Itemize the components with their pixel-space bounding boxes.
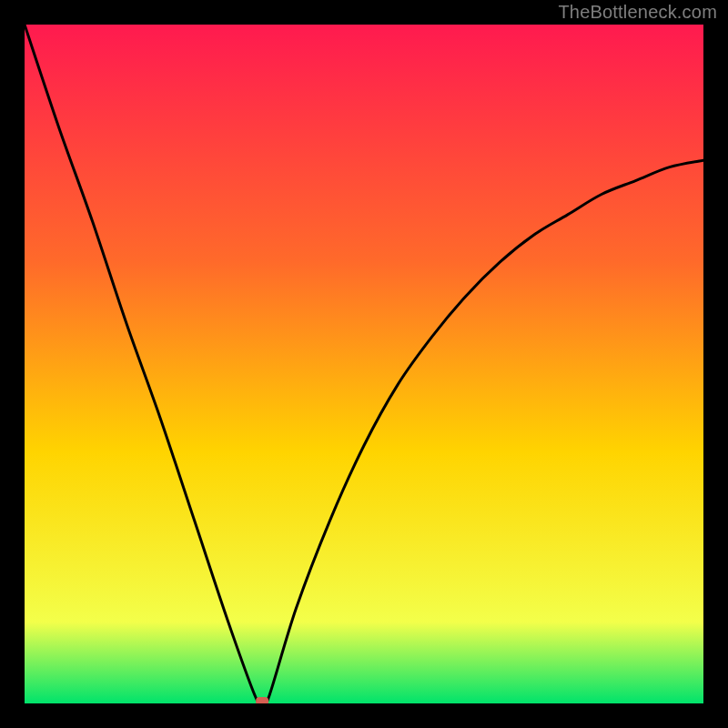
bottleneck-chart [25, 25, 703, 703]
plot-area [25, 25, 703, 703]
chart-frame: TheBottleneck.com [0, 0, 728, 728]
gradient-background [25, 25, 703, 703]
optimum-marker [256, 697, 268, 703]
watermark-text: TheBottleneck.com [558, 2, 717, 23]
